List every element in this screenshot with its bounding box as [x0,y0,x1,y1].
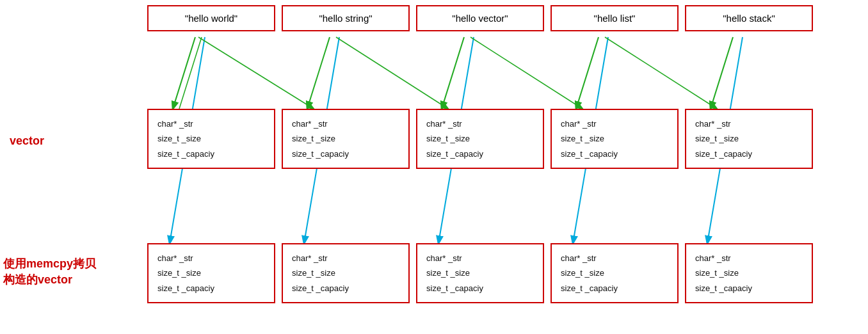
field2-m1: size_t _size [157,266,265,280]
field3-v3: size_t _capaciy [426,147,534,161]
field2-v2: size_t _size [292,131,399,146]
string-label-5: "hello stack" [723,13,775,24]
vector-struct-2: char* _str size_t _size size_t _capaciy [282,109,410,169]
memcpy-struct-5: char* _str size_t _size size_t _capaciy [685,243,813,303]
string-box-2: "hello string" [282,5,410,31]
memcpy-struct-row: char* _str size_t _size size_t _capaciy … [147,243,819,303]
vector-struct-4: char* _str size_t _size size_t _capaciy [551,109,679,169]
field1-v3: char* _str [426,116,534,131]
string-boxes-row: "hello world" "hello string" "hello vect… [147,5,819,31]
vector-struct-5: char* _str size_t _size size_t _capaciy [685,109,813,169]
field3-m3: size_t _capaciy [426,281,534,296]
field3-m1: size_t _capaciy [157,281,265,296]
field3-m5: size_t _capaciy [695,281,803,296]
label-memcpy: 使用memcpy拷贝 构造的vector [3,256,96,288]
field2-m4: size_t _size [561,266,668,280]
string-box-5: "hello stack" [685,5,813,31]
field2-v5: size_t _size [695,131,803,146]
string-box-1: "hello world" [147,5,275,31]
field3-m2: size_t _capaciy [292,281,399,296]
memcpy-line2: 构造的vector [3,272,96,288]
svg-line-14 [605,37,717,109]
memcpy-struct-2: char* _str size_t _size size_t _capaciy [282,243,410,303]
string-box-4: "hello list" [551,5,679,31]
svg-line-12 [336,37,448,109]
svg-line-3 [576,37,599,109]
vector-struct-row: char* _str size_t _size size_t _capaciy … [147,109,819,169]
string-box-3: "hello vector" [416,5,544,31]
field2-v3: size_t _size [426,131,534,146]
field1-m5: char* _str [695,251,803,266]
memcpy-struct-1: char* _str size_t _size size_t _capaciy [147,243,275,303]
string-label-4: "hello list" [594,13,636,24]
svg-line-10 [179,37,202,109]
field1-v2: char* _str [292,116,399,131]
field1-m1: char* _str [157,251,265,266]
string-label-3: "hello vector" [452,13,508,24]
memcpy-struct-3: char* _str size_t _size size_t _capaciy [416,243,544,303]
field1-v1: char* _str [157,116,265,131]
diagram-container: "hello world" "hello string" "hello vect… [0,0,868,334]
svg-line-0 [173,37,195,109]
field1-v5: char* _str [695,116,803,131]
svg-line-4 [711,37,733,109]
field3-v5: size_t _capaciy [695,147,803,161]
field3-v2: size_t _capaciy [292,147,399,161]
svg-line-2 [442,37,464,109]
svg-line-11 [198,37,314,109]
field3-v4: size_t _capaciy [561,147,668,161]
field1-m4: char* _str [561,251,668,266]
svg-line-1 [307,37,330,109]
field1-v4: char* _str [561,116,668,131]
field2-m5: size_t _size [695,266,803,280]
field2-v1: size_t _size [157,131,265,146]
label-vector: vector [10,134,44,148]
vector-struct-1: char* _str size_t _size size_t _capaciy [147,109,275,169]
string-label-1: "hello world" [185,13,237,24]
field3-m4: size_t _capaciy [561,281,668,296]
svg-line-13 [470,37,583,109]
field2-v4: size_t _size [561,131,668,146]
field3-v1: size_t _capaciy [157,147,265,161]
field2-m2: size_t _size [292,266,399,280]
field2-m3: size_t _size [426,266,534,280]
field1-m3: char* _str [426,251,534,266]
memcpy-struct-4: char* _str size_t _size size_t _capaciy [551,243,679,303]
vector-struct-3: char* _str size_t _size size_t _capaciy [416,109,544,169]
string-label-2: "hello string" [319,13,372,24]
memcpy-line1: 使用memcpy拷贝 [3,256,96,272]
field1-m2: char* _str [292,251,399,266]
